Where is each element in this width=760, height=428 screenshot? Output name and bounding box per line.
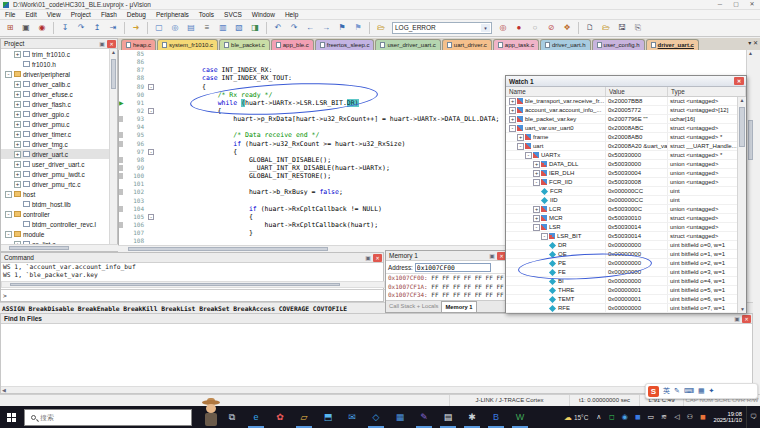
taskbar-mail[interactable]: ✉ [340, 406, 364, 428]
tab-user_config.h[interactable]: user_config.h [592, 39, 645, 50]
tab-app_task.c[interactable]: app_task.c [493, 39, 539, 50]
memory-address-input[interactable] [415, 263, 491, 272]
menu-svcs[interactable]: SVCS [219, 10, 247, 19]
watch-value[interactable]: 0x20008AB0 [606, 133, 668, 141]
watch-value[interactable]: 0x50030004 [606, 169, 668, 177]
ime-item-2[interactable]: ⌨ [684, 387, 694, 395]
watch-row-DR[interactable]: DR0x00000000uint bitfield o=0, w=1 [506, 241, 738, 250]
expand-icon[interactable]: - [541, 233, 548, 240]
find-in-files-scrollbar[interactable]: ◀ [1, 386, 752, 393]
tree-item-driver_pmu_rtc.c[interactable]: +driver_pmu_rtc.c [1, 179, 111, 189]
chevron-down-icon[interactable]: ▾ [481, 24, 490, 32]
ime-item-4[interactable]: ✦ [709, 387, 715, 395]
column-name[interactable]: Name [506, 87, 606, 96]
watch-row-LSR_BIT[interactable]: -LSR_BIT0x50030014struct <untagged> [506, 232, 738, 241]
tab-overflow-controls[interactable]: ▾ ✕ [748, 39, 758, 46]
toolbar-button[interactable]: ≡ [200, 21, 214, 35]
watch-value[interactable]: 0x00000000 [606, 259, 668, 267]
expand-icon[interactable]: + [509, 107, 516, 114]
tree-item-module[interactable]: -module [1, 229, 111, 239]
tree-item-driver_timer.c[interactable]: +driver_timer.c [1, 129, 111, 139]
expand-icon[interactable]: + [14, 181, 21, 188]
close-icon[interactable]: ✕ [742, 315, 751, 323]
expand-icon[interactable]: + [14, 171, 21, 178]
toolbar-button[interactable]: ↧ [58, 21, 72, 35]
tab-driver_uart.c[interactable]: driver_uart.c [646, 39, 699, 50]
toolbar-button[interactable]: ◎ [496, 21, 510, 35]
watch-row-DATA_DLL[interactable]: +DATA_DLL0x50030000union <untagged> [506, 160, 738, 169]
code-line-87[interactable]: 87 case INT_INDEX_RX: [119, 66, 746, 74]
ime-item-3[interactable]: ▦ [698, 387, 705, 395]
watch-value[interactable]: 0x50030014 [606, 232, 668, 240]
expand-icon[interactable]: + [509, 116, 516, 123]
tree-item-driver_pmu.c[interactable]: +driver_pmu.c [1, 119, 111, 129]
tree-item-driver/peripheral[interactable]: -driver/peripheral [1, 69, 111, 79]
column-value[interactable]: Value [606, 87, 668, 96]
toolbar-button[interactable]: ↷ [74, 21, 88, 35]
toolbar-button[interactable]: 🗋 [583, 21, 597, 35]
tree-item-user_driver_uart.c[interactable]: +user_driver_uart.c [1, 159, 111, 169]
watch-row-FCR[interactable]: FCR0x000000CCuint [506, 187, 738, 196]
pin-icon[interactable]: ▣ [99, 40, 105, 48]
toolbar-button[interactable]: ◎ [168, 21, 182, 35]
watch-value[interactable]: 0x00000000 [606, 268, 668, 276]
tray-device[interactable]: ⚇ [683, 406, 696, 428]
watch-row-BI[interactable]: BI0x00000000uint bitfield o=4, w=1 [506, 277, 738, 286]
minimize-button[interactable]: ─ [712, 0, 728, 9]
project-vertical-scrollbar[interactable]: ▲ [109, 49, 117, 246]
expand-icon[interactable]: + [14, 161, 21, 168]
watch-row-RFE[interactable]: RFE0x00000000uint bitfield o=7, w=1 [506, 304, 738, 313]
command-horizontal-scrollbar[interactable] [1, 281, 385, 288]
taskbar-calculator[interactable]: ▦ [388, 406, 412, 428]
menu-help[interactable]: Help [280, 10, 303, 19]
fold-icon[interactable]: - [148, 149, 154, 155]
tree-item-btdm_host.lib[interactable]: btdm_host.lib [1, 199, 111, 209]
menu-file[interactable]: File [0, 10, 20, 19]
notification-center-button[interactable]: 🗨 [746, 406, 760, 428]
expand-icon[interactable]: + [14, 81, 21, 88]
ime-logo[interactable]: S [648, 386, 659, 397]
tab-driver_uart.h[interactable]: driver_uart.h [540, 39, 591, 50]
watch-row-TEMT[interactable]: TEMT0x00000001uint bitfield o=6, w=1 [506, 295, 738, 304]
watch-value[interactable]: 0x00000001 [606, 295, 668, 303]
expand-icon[interactable]: + [14, 91, 21, 98]
taskbar-settings[interactable]: ✱ [460, 406, 484, 428]
watch-value[interactable]: 0x00000000 [606, 241, 668, 249]
code-line-85[interactable]: 85 [119, 50, 746, 58]
pin-icon[interactable]: ▣ [489, 252, 495, 260]
tray-compass[interactable]: ◉ [618, 406, 631, 428]
watch-row-FE[interactable]: FE0x00000000uint bitfield o=3, w=1 [506, 268, 738, 277]
tray-orange-app[interactable]: ◼ [696, 406, 709, 428]
taskbar-store[interactable]: ⬒ [316, 406, 340, 428]
tree-item-driver_uart.c[interactable]: +driver_uart.c [1, 149, 111, 159]
taskbar-edge-browser[interactable]: e [244, 406, 268, 428]
watch-value[interactable]: 0x50030000 [606, 160, 668, 168]
tab-freertos_sleep.c[interactable]: freertos_sleep.c [315, 39, 375, 50]
menu-view[interactable]: View [42, 10, 66, 19]
menu-edit[interactable]: Edit [20, 10, 41, 19]
expand-icon[interactable]: - [525, 152, 532, 159]
watch-row-IER_DLH[interactable]: +IER_DLH0x50030004union <untagged> [506, 169, 738, 178]
search-input[interactable] [40, 414, 140, 421]
toolbar-button[interactable]: ▢ [152, 21, 166, 35]
expand-icon[interactable]: - [533, 179, 540, 186]
toolbar-button[interactable]: ● [512, 21, 526, 35]
watch-row-UARTx[interactable]: -UARTx0x50030000struct <untagged> * [506, 151, 738, 160]
toolbar-button[interactable]: ↶ [271, 21, 285, 35]
toolbar-button[interactable]: ▥ [216, 21, 230, 35]
toolbar-button[interactable]: ◉ [35, 21, 49, 35]
expand-icon[interactable]: + [14, 131, 21, 138]
tree-item-driver_pmu_iwdt.c[interactable]: +driver_pmu_iwdt.c [1, 169, 111, 179]
expand-icon[interactable]: + [14, 111, 21, 118]
expand-icon[interactable]: + [533, 170, 540, 177]
watch-value[interactable]: 0x20008A20 &uart_var [606, 142, 668, 150]
toolbar-button[interactable]: 🗁 [599, 21, 613, 35]
pin-icon[interactable]: ▣ [365, 254, 371, 262]
watch-vertical-scrollbar[interactable]: ▲ ▼ [737, 97, 746, 313]
toolbar-button[interactable]: ➜ [129, 21, 143, 35]
watch-row-LCR[interactable]: +LCR0x5003000Cunion <untagged> [506, 205, 738, 214]
tray-network[interactable]: ≋ [657, 406, 670, 428]
ime-toolbar[interactable]: S 英✎⌨▦✦ [645, 383, 758, 399]
pin-icon[interactable]: ▣ [734, 315, 740, 323]
watch-row-frame[interactable]: +frame0x20008AB0struct <untagged> * [506, 133, 738, 142]
